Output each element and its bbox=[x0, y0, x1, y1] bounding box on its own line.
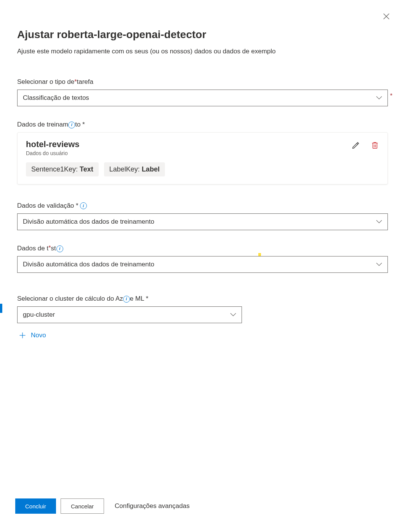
required-indicator: * bbox=[390, 93, 392, 99]
dialog-footer: Concluir Cancelar Configurações avançada… bbox=[15, 498, 190, 514]
training-data-label: Dados de treinamto * bbox=[17, 121, 388, 128]
edit-button[interactable] bbox=[352, 141, 360, 149]
test-data-label: Dados de t*st bbox=[17, 245, 388, 252]
training-data-title: hotel-reviews bbox=[26, 139, 379, 149]
test-data-value: Divisão automática dos dados de treiname… bbox=[23, 261, 154, 268]
chevron-down-icon bbox=[376, 96, 382, 100]
chevron-down-icon bbox=[376, 220, 382, 224]
validation-data-label: Dados de validação * bbox=[17, 202, 388, 210]
validation-data-select[interactable]: Divisão automática dos dados de treiname… bbox=[17, 213, 388, 230]
training-chips: Sentence1Key: Text LabelKey: Label bbox=[26, 162, 379, 176]
info-icon[interactable] bbox=[80, 202, 87, 209]
task-type-value: Classificação de textos bbox=[23, 94, 89, 102]
close-icon bbox=[382, 12, 391, 21]
task-type-label: Selecionar o tipo de*tarefa bbox=[17, 78, 388, 86]
chip-sentence1key: Sentence1Key: Text bbox=[26, 162, 99, 176]
new-label: Novo bbox=[31, 332, 46, 339]
training-data-subtitle: Dados do usuário bbox=[26, 150, 379, 156]
new-cluster-button[interactable]: Novo bbox=[17, 330, 48, 341]
finish-button[interactable]: Concluir bbox=[15, 498, 56, 514]
pencil-icon bbox=[352, 141, 360, 149]
close-button[interactable] bbox=[382, 12, 391, 21]
test-data-select[interactable]: Divisão automática dos dados de treiname… bbox=[17, 256, 388, 273]
chevron-down-icon bbox=[376, 263, 382, 266]
advanced-settings-link[interactable]: Configurações avançadas bbox=[115, 502, 190, 510]
cluster-value: gpu-cluster bbox=[23, 311, 55, 319]
info-icon[interactable] bbox=[68, 122, 75, 128]
cluster-select[interactable]: gpu-cluster bbox=[17, 306, 242, 323]
finetune-dialog: Ajustar roberta-large-openai-detector Aj… bbox=[0, 0, 405, 532]
chip-labelkey: LabelKey: Label bbox=[104, 162, 165, 176]
training-data-card: hotel-reviews Dados do usuário Sentence1… bbox=[17, 132, 388, 184]
info-icon[interactable] bbox=[56, 245, 63, 252]
plus-icon bbox=[19, 332, 26, 339]
dialog-subtitle: Ajuste este modelo rapidamente com os se… bbox=[17, 48, 388, 55]
validation-data-value: Divisão automática dos dados de treiname… bbox=[23, 218, 154, 226]
card-actions bbox=[352, 141, 379, 149]
svg-line-2 bbox=[357, 143, 358, 144]
dialog-title: Ajustar roberta-large-openai-detector bbox=[17, 29, 388, 41]
info-icon[interactable] bbox=[123, 296, 130, 303]
chevron-down-icon bbox=[230, 313, 236, 317]
cluster-label: Selecionar o cluster de cálculo do Aze M… bbox=[17, 295, 388, 303]
cancel-button[interactable]: Cancelar bbox=[61, 498, 104, 514]
task-type-select[interactable]: Classificação de textos bbox=[17, 90, 388, 106]
trash-icon bbox=[371, 141, 379, 149]
delete-button[interactable] bbox=[371, 141, 379, 149]
